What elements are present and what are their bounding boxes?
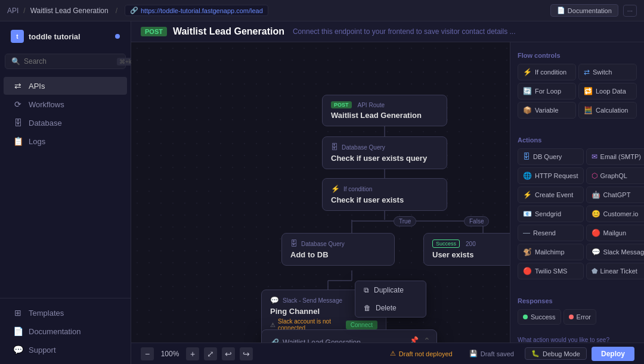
graphql-label: GraphQL <box>600 172 627 179</box>
logs-label: Logs <box>29 137 45 146</box>
resend-label: Resend <box>533 229 556 237</box>
sendgrid-icon: 📧 <box>523 210 532 218</box>
customerio-label: Customer.io <box>603 210 639 217</box>
customerio-btn[interactable]: 😊 Customer.io <box>586 206 644 222</box>
deploy-button[interactable]: Deploy <box>592 347 634 361</box>
breadcrumb-api[interactable]: API <box>7 7 18 15</box>
tooltip-expand-icon[interactable]: ⌃ <box>423 336 431 343</box>
linear-ticket-label: Linear Ticket <box>600 267 637 275</box>
sidebar-item-logs[interactable]: 📋 Logs <box>4 132 127 150</box>
sidebar-item-support[interactable]: 💬 Support <box>4 341 127 359</box>
sidebar-nav: ⇄ APIs ⟳ Workflows 🗄 Database 📋 Logs <box>0 74 131 298</box>
fit-screen-button[interactable]: ⤢ <box>204 347 217 360</box>
status-code: 200 <box>466 241 476 247</box>
chatgpt-btn[interactable]: 🤖 ChatGPT <box>586 186 644 203</box>
endpoint-url[interactable]: 🔗 https://toddle-tutorial.fastgenapp.com… <box>125 5 268 16</box>
search-input[interactable] <box>24 57 113 66</box>
db-query-action-btn[interactable]: 🗄 DB Query <box>518 148 584 165</box>
main-layout: t toddle tutorial 🔍 ⌘+k ⇄ APIs ⟳ Workflo… <box>0 21 644 364</box>
debug-mode-label: Debug Mode <box>543 350 580 357</box>
support-label: Support <box>29 346 56 354</box>
actions-section-title: Actions <box>518 136 637 144</box>
sidebar-item-templates[interactable]: ⊞ Templates <box>4 304 127 322</box>
success-badge: Success <box>432 239 460 248</box>
variable-btn[interactable]: 📦 Variable <box>518 102 576 119</box>
app-status-dot <box>115 34 120 39</box>
if-condition-btn[interactable]: ⚡ If condition <box>518 64 576 80</box>
database-label: Database <box>29 119 62 127</box>
duplicate-menu-item[interactable]: ⧉ Duplicate <box>355 281 426 299</box>
actions-grid: 🗄 DB Query ✉ Email (SMTP) 🌐 HTTP Request… <box>518 148 637 279</box>
sidebar-item-documentation[interactable]: 📄 Documentation <box>4 322 127 340</box>
tooltip-card: 🔗 Waitlist Lead Generation Waitlist Lead… <box>261 329 437 343</box>
page-header: POST Waitlist Lead Generation Connect th… <box>131 21 644 42</box>
app-name-label: toddle tutorial <box>29 32 80 41</box>
create-event-btn[interactable]: ⚡ Create Event <box>518 186 584 203</box>
twilio-sms-icon: 🔴 <box>523 267 532 275</box>
chatgpt-label: ChatGPT <box>603 191 631 198</box>
add-db-type: Database Query <box>301 241 345 247</box>
add-db-icon: 🗄 <box>290 239 298 248</box>
api-route-title: Waitlist Lead Generation <box>331 111 438 120</box>
http-request-btn[interactable]: 🌐 HTTP Request <box>518 167 584 184</box>
app-icon: t <box>11 30 24 43</box>
sendgrid-btn[interactable]: 📧 Sendgrid <box>518 206 584 222</box>
mailchimp-btn[interactable]: 🐒 Mailchimp <box>518 244 584 260</box>
workflows-label: Workflows <box>29 100 64 109</box>
resend-btn[interactable]: — Resend <box>518 225 584 241</box>
slack-message-btn[interactable]: 💬 Slack Message <box>586 244 644 260</box>
mailgun-btn[interactable]: 🔴 Mailgun <box>586 225 644 241</box>
db-query-icon: 🗄 <box>331 143 338 151</box>
sidebar-item-workflows[interactable]: ⟳ Workflows <box>4 95 127 113</box>
undo-button[interactable]: ↩ <box>222 347 235 360</box>
switch-btn[interactable]: ⇄ Switch <box>578 64 637 80</box>
zoom-out-button[interactable]: − <box>141 347 154 360</box>
link-icon: 🔗 <box>130 7 138 14</box>
delete-menu-item[interactable]: 🗑 Delete <box>355 299 426 317</box>
documentation-button[interactable]: 📄 Documentation <box>550 4 618 17</box>
flow-canvas[interactable]: POST API Route Waitlist Lead Generation … <box>131 42 510 343</box>
error-dot <box>569 315 574 319</box>
api-route-node[interactable]: POST API Route Waitlist Lead Generation <box>322 95 447 126</box>
panel-help-text: What action would you like to see? Reque… <box>518 335 637 343</box>
sidebar-item-database[interactable]: 🗄 Database <box>4 114 127 132</box>
db-query-1-node[interactable]: 🗄 Database Query Check if user exists qu… <box>322 136 447 169</box>
redo-button[interactable]: ↪ <box>240 347 253 360</box>
calculation-btn-label: Calculation <box>596 107 628 114</box>
responses-section-title: Responses <box>518 297 637 304</box>
help-text: What action would you like to see? <box>518 337 609 343</box>
linear-ticket-btn[interactable]: ⬟ Linear Ticket <box>586 263 644 279</box>
tooltip-pin-icon[interactable]: 📌 <box>410 336 419 343</box>
slack-type: Slack - Send Message <box>283 297 342 304</box>
breadcrumb-current: Waitlist Lead Generation <box>30 7 109 15</box>
tooltip-header-text: Waitlist Lead Generation <box>283 338 361 343</box>
method-badge: POST <box>141 27 167 36</box>
app-name-item[interactable]: t toddle tutorial <box>6 26 125 46</box>
zoom-in-button[interactable]: + <box>186 347 199 360</box>
more-options-button[interactable]: ··· <box>623 5 637 17</box>
loop-data-btn[interactable]: 🔁 Loop Data <box>578 83 637 99</box>
breadcrumb-sep: / <box>23 7 25 15</box>
duplicate-label: Duplicate <box>374 286 404 294</box>
if-type-label: If condition <box>343 186 372 192</box>
loop-data-btn-label: Loop Data <box>596 88 626 95</box>
slack-connect-button[interactable]: Connect <box>346 321 377 329</box>
calculation-btn[interactable]: 🧮 Calculation <box>578 102 637 119</box>
user-exists-node[interactable]: Success 200 User exists <box>423 233 510 266</box>
email-smtp-btn[interactable]: ✉ Email (SMTP) <box>586 148 644 165</box>
sidebar-item-apis[interactable]: ⇄ APIs <box>4 77 127 95</box>
graphql-btn[interactable]: ⬡ GraphQL <box>586 167 644 184</box>
delete-icon: 🗑 <box>364 304 371 312</box>
success-response-btn[interactable]: Success <box>518 309 561 325</box>
if-condition-node[interactable]: ⚡ If condition Check if user exists <box>322 178 447 211</box>
slack-icon: 💬 <box>270 296 279 304</box>
delete-label: Delete <box>376 304 397 312</box>
search-box[interactable]: 🔍 ⌘+k <box>5 54 126 69</box>
context-menu: ⧉ Duplicate 🗑 Delete <box>355 281 426 318</box>
for-loop-btn[interactable]: 🔄 For Loop <box>518 83 576 99</box>
debug-mode-button[interactable]: 🐛 Debug Mode <box>525 347 587 360</box>
error-response-btn[interactable]: Error <box>564 309 596 325</box>
twilio-sms-btn[interactable]: 🔴 Twilio SMS <box>518 263 584 279</box>
http-request-icon: 🌐 <box>523 172 532 180</box>
add-to-db-node[interactable]: 🗄 Database Query Add to DB <box>281 233 395 266</box>
